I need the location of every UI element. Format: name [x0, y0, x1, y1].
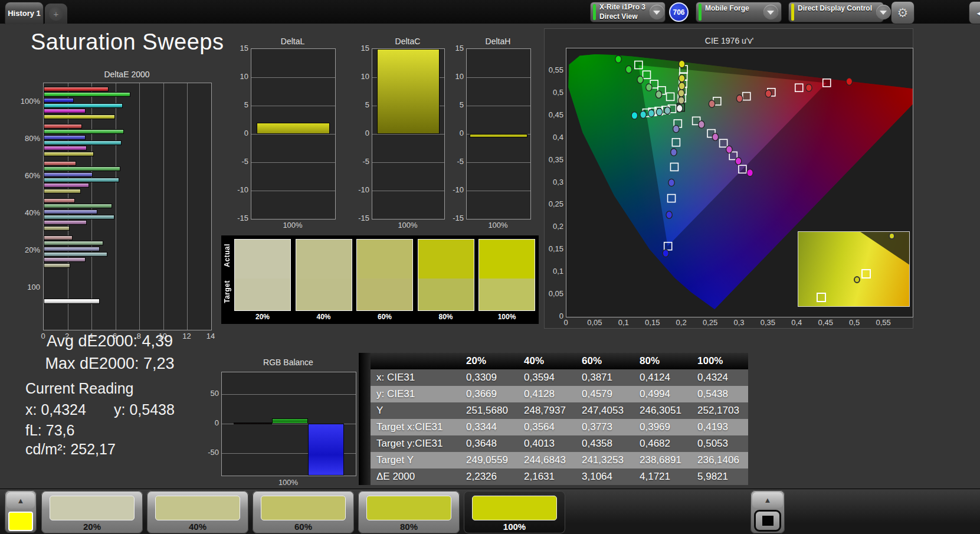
- expand-transport-button[interactable]: ▲: [752, 492, 783, 508]
- bottom-bar: ▲ 20%40%60%80%100% ▲ ■▶[↔]∞⟳ « Back Next…: [0, 489, 980, 534]
- cie-chart-title: CIE 1976 u'v': [545, 36, 914, 45]
- cie-diagram: [566, 48, 913, 317]
- expand-patch-list-button[interactable]: ▲: [6, 492, 35, 509]
- rgb-balance-chart-title: RGB Balance: [221, 358, 355, 367]
- actual-swatch: [479, 240, 535, 279]
- table-row: x: CIE310,33090,35940,38710,41240,4324: [371, 369, 748, 386]
- deltah-chart: [466, 48, 531, 220]
- patch-button-80%[interactable]: 80%: [358, 491, 460, 533]
- deltae-bar-red: [44, 198, 75, 203]
- meter-label: X-Rite i1Pro 3Direct View: [599, 3, 645, 21]
- actual-target-swatch-strip: ActualTarget20%40%60%80%100%: [221, 235, 539, 324]
- table-cell: 246,3051: [632, 405, 690, 417]
- page-title: Saturation Sweeps: [31, 30, 224, 55]
- cie-x-tick-label: 0,3: [727, 318, 751, 327]
- cie-x-tick-label: 0,4: [785, 318, 808, 327]
- table-row-label: Y: [371, 405, 459, 417]
- deltae-bar-red: [44, 235, 73, 240]
- deltae-bar-blue: [44, 209, 97, 214]
- patch-swatch: [50, 496, 135, 520]
- patch-swatch: [472, 496, 557, 520]
- measurement-table: 20%40%60%80%100%x: CIE310,33090,35940,38…: [359, 353, 748, 485]
- swatch-20%: [234, 239, 291, 311]
- cie-measured-point: [631, 112, 637, 119]
- cie-measured-point: [663, 250, 668, 257]
- chevron-down-icon[interactable]: [650, 5, 664, 19]
- patch-label: 100%: [464, 522, 565, 532]
- gridline: [251, 77, 335, 78]
- deltae-group-label: 100: [12, 283, 40, 291]
- actual-swatch: [357, 240, 412, 279]
- settings-button[interactable]: ⚙: [891, 1, 915, 24]
- cie-y-tick-label: 0,4: [546, 133, 563, 142]
- y-tick-label: -5: [230, 157, 248, 166]
- target-swatch: [479, 279, 535, 310]
- table-row-label: Target y:CIE31: [371, 438, 459, 450]
- target-swatch: [357, 279, 412, 310]
- swatch-100%: [478, 239, 535, 311]
- table-cell: 248,7937: [517, 405, 575, 417]
- current-y-reading: y: 0,5438: [114, 401, 175, 418]
- cie-measured-point: [673, 125, 679, 132]
- stop-measure-button[interactable]: [754, 510, 781, 532]
- deltal-chart: [251, 48, 336, 220]
- x-category-label: 100%: [466, 221, 530, 230]
- y-tick-label: 10: [230, 72, 248, 81]
- patch-swatch: [366, 496, 451, 520]
- deltae-bar-cyan: [44, 215, 114, 220]
- y-tick-label: 10: [350, 72, 369, 81]
- gridline: [187, 83, 188, 330]
- deltae-bar-blue: [44, 172, 93, 177]
- display-control-label: Direct Display Control: [798, 2, 872, 14]
- actual-swatch: [235, 240, 290, 279]
- table-cell: 0,4358: [575, 438, 632, 450]
- current-color-swatch[interactable]: [8, 512, 33, 531]
- meter-count-badge[interactable]: 706: [669, 2, 689, 22]
- cie-measured-point: [648, 110, 654, 117]
- table-row-label: y: CIE31: [371, 388, 459, 400]
- cie-zoom-inset: [798, 231, 910, 307]
- chevron-down-icon[interactable]: [763, 5, 778, 19]
- y-tick-label: 15: [350, 44, 369, 53]
- table-cell: 0,4124: [632, 372, 690, 384]
- chevron-down-icon[interactable]: [876, 5, 891, 19]
- display-control-selector[interactable]: Direct Display Control: [788, 2, 884, 22]
- table-column-header: 80%: [632, 355, 690, 367]
- gridline: [467, 106, 530, 106]
- collapse-panel-button[interactable]: ◀: [969, 1, 980, 24]
- table-cell: 0,3669: [459, 388, 517, 400]
- cie-x-tick-label: 0: [554, 318, 578, 327]
- target-swatch: [296, 279, 352, 310]
- table-cell: 0,5053: [690, 438, 748, 450]
- add-tab-button[interactable]: +: [45, 4, 67, 24]
- table-cell: 0,4579: [575, 388, 632, 400]
- target-row-label: Target: [223, 280, 231, 303]
- patch-button-40%[interactable]: 40%: [147, 491, 248, 533]
- source-selector[interactable]: Mobile Forge: [696, 2, 782, 22]
- cie-measured-point: [709, 100, 714, 107]
- cie-measured-point: [679, 60, 684, 67]
- cie-measured-point: [664, 107, 670, 114]
- deltal-chart-title: DeltaL: [251, 37, 335, 46]
- cie-measured-point: [656, 108, 662, 115]
- deltae-group-label: 40%: [12, 208, 40, 217]
- tab-label: History 1: [8, 9, 41, 18]
- source-label: Mobile Forge: [705, 2, 759, 14]
- cie-y-tick-label: 0,05: [546, 289, 563, 298]
- cie-measured-point: [846, 78, 852, 85]
- deltac-chart: [372, 48, 445, 220]
- tab-history-1[interactable]: History 1: [5, 2, 44, 24]
- meter-selector[interactable]: X-Rite i1Pro 3Direct View: [590, 2, 666, 22]
- patch-button-60%[interactable]: 60%: [253, 491, 354, 533]
- deltae-bar-yellow: [44, 226, 70, 231]
- gridline: [372, 134, 444, 135]
- actual-swatch: [296, 240, 352, 279]
- patch-button-100%[interactable]: 100%: [464, 491, 565, 533]
- deltae-bar-green: [44, 204, 112, 208]
- deltae-bar-cyan: [44, 140, 122, 145]
- patch-button-20%[interactable]: 20%: [41, 491, 143, 533]
- x-category-label: 100%: [251, 221, 335, 230]
- meter-status-icon: [593, 4, 596, 20]
- cie-y-tick-label: 0,45: [546, 110, 563, 119]
- y-tick-label: 0: [200, 418, 219, 427]
